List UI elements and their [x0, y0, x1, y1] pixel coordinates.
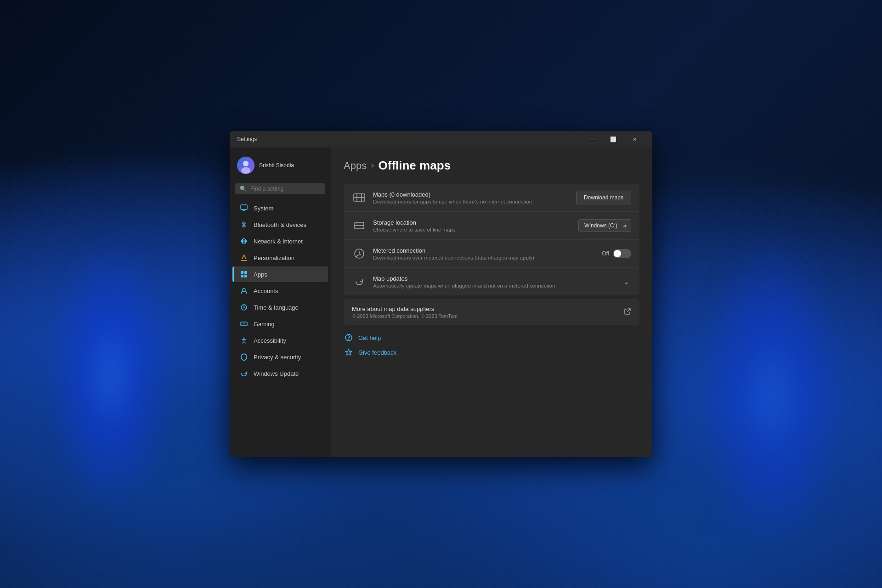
metered-title: Metered connection: [373, 247, 595, 254]
maps-icon: [352, 190, 367, 205]
svg-rect-9: [244, 275, 247, 277]
sidebar-item-time[interactable]: Time & language: [232, 300, 328, 315]
sidebar-item-accessibility-label: Accessibility: [254, 337, 286, 344]
sidebar-item-personalization-label: Personalization: [254, 254, 294, 261]
more-info-card: More about map data suppliers © 2023 Mic…: [344, 299, 639, 325]
svg-rect-6: [241, 271, 243, 274]
map-updates-action: ⌄: [622, 276, 631, 288]
more-info-text: More about map data suppliers © 2023 Mic…: [352, 305, 624, 319]
search-input[interactable]: [250, 186, 321, 192]
maps-desc: Download maps for apps to use when there…: [373, 199, 570, 204]
title-bar: Settings — ⬜ ✕: [230, 131, 652, 147]
breadcrumb: Apps > Offline maps: [344, 158, 639, 173]
close-button[interactable]: ✕: [624, 132, 645, 147]
get-help-label: Get help: [358, 334, 381, 341]
map-updates-icon: [352, 274, 367, 289]
map-updates-text: Map updates Automatically update maps wh…: [373, 275, 615, 288]
user-name: Srishti Sisodia: [259, 162, 294, 169]
settings-window: Settings — ⬜ ✕: [230, 131, 652, 457]
get-help-link[interactable]: Get help: [344, 333, 639, 343]
metered-toggle-label: Off: [602, 250, 609, 257]
settings-card: Maps (0 downloaded) Download maps for ap…: [344, 184, 639, 295]
map-updates-row: Map updates Automatically update maps wh…: [344, 268, 639, 295]
get-help-icon: [344, 333, 354, 343]
sidebar-item-personalization[interactable]: Personalization: [232, 250, 328, 266]
sidebar-item-accounts-label: Accounts: [254, 288, 278, 294]
svg-rect-12: [241, 322, 247, 326]
metered-desc: Download maps over metered connections (…: [373, 255, 595, 260]
sidebar-item-network[interactable]: Network & internet: [232, 233, 328, 249]
window-body: Srishti Sisodia 🔍 System Bluetooth & dev…: [230, 147, 652, 457]
storage-action: Windows (C:) D: E: ▾: [578, 219, 631, 232]
sidebar-item-apps-label: Apps: [254, 271, 267, 278]
svg-point-1: [243, 161, 249, 166]
accessibility-icon: [240, 336, 248, 345]
storage-desc: Choose where to save offline maps: [373, 227, 572, 232]
svg-point-2: [241, 167, 250, 174]
svg-point-10: [243, 288, 245, 291]
metered-text: Metered connection Download maps over me…: [373, 247, 595, 260]
time-icon: [240, 303, 248, 311]
sidebar-item-system-label: System: [254, 205, 273, 212]
sidebar-item-privacy[interactable]: Privacy & security: [232, 349, 328, 365]
svg-point-16: [243, 338, 245, 339]
sidebar-item-update-label: Windows Update: [254, 370, 299, 377]
page-title: Offline maps: [379, 158, 451, 173]
sidebar-item-bluetooth-label: Bluetooth & devices: [254, 221, 306, 228]
sidebar: Srishti Sisodia 🔍 System Bluetooth & dev…: [230, 147, 331, 457]
sidebar-item-update[interactable]: Windows Update: [232, 366, 328, 381]
sidebar-item-accounts[interactable]: Accounts: [232, 283, 328, 299]
main-content: Apps > Offline maps: [331, 147, 652, 457]
svg-point-15: [244, 323, 245, 324]
external-link-icon[interactable]: [624, 308, 631, 317]
search-icon: 🔍: [240, 186, 247, 192]
sidebar-item-accessibility[interactable]: Accessibility: [232, 333, 328, 348]
more-info-title: More about map data suppliers: [352, 305, 624, 312]
avatar[interactable]: [237, 157, 254, 174]
search-box[interactable]: 🔍: [235, 183, 325, 194]
gaming-icon: [240, 320, 248, 328]
accounts-icon: [240, 287, 248, 295]
sidebar-item-apps[interactable]: Apps: [232, 266, 328, 282]
maps-text: Maps (0 downloaded) Download maps for ap…: [373, 191, 570, 204]
metered-icon: [352, 246, 367, 261]
map-updates-chevron[interactable]: ⌄: [622, 276, 631, 288]
map-updates-title: Map updates: [373, 275, 615, 282]
window-controls: — ⬜ ✕: [582, 132, 645, 147]
maximize-button[interactable]: ⬜: [603, 132, 624, 147]
apps-icon: [240, 270, 248, 278]
sidebar-item-network-label: Network & internet: [254, 238, 303, 245]
sidebar-item-time-label: Time & language: [254, 304, 299, 311]
user-section: Srishti Sisodia: [230, 153, 331, 181]
download-maps-button[interactable]: Download maps: [576, 191, 631, 204]
give-feedback-label: Give feedback: [358, 349, 396, 356]
give-feedback-link[interactable]: Give feedback: [344, 347, 639, 357]
sidebar-item-gaming-label: Gaming: [254, 321, 275, 328]
storage-select[interactable]: Windows (C:) D: E:: [578, 219, 631, 232]
sidebar-item-system[interactable]: System: [232, 200, 328, 216]
minimize-button[interactable]: —: [582, 132, 603, 147]
sidebar-item-bluetooth[interactable]: Bluetooth & devices: [232, 217, 328, 232]
bluetooth-icon: [240, 220, 248, 229]
storage-title: Storage location: [373, 219, 572, 226]
update-icon: [240, 369, 248, 378]
metered-row: Metered connection Download maps over me…: [344, 240, 639, 268]
privacy-icon: [240, 353, 248, 361]
sidebar-item-gaming[interactable]: Gaming: [232, 316, 328, 332]
storage-text: Storage location Choose where to save of…: [373, 219, 572, 232]
maps-action: Download maps: [576, 191, 631, 204]
metered-toggle[interactable]: [613, 249, 631, 258]
sidebar-item-privacy-label: Privacy & security: [254, 354, 301, 361]
svg-point-20: [356, 224, 357, 225]
maps-row: Maps (0 downloaded) Download maps for ap…: [344, 184, 639, 212]
svg-rect-3: [241, 205, 247, 209]
network-icon: [240, 237, 248, 245]
breadcrumb-parent[interactable]: Apps: [344, 160, 367, 172]
more-info-row: More about map data suppliers © 2023 Mic…: [344, 299, 639, 325]
links-section: Get help Give feedback: [344, 333, 639, 357]
bloom-right: [698, 235, 845, 557]
maps-title: Maps (0 downloaded): [373, 191, 570, 198]
storage-row: Storage location Choose where to save of…: [344, 212, 639, 240]
system-icon: [240, 204, 248, 212]
map-updates-desc: Automatically update maps when plugged i…: [373, 283, 615, 288]
